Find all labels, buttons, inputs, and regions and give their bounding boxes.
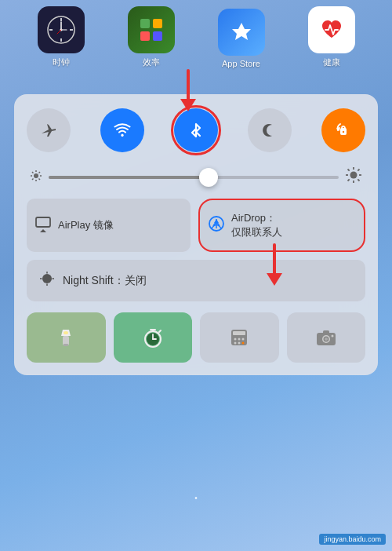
svg-point-13	[122, 134, 124, 137]
donotdisturb-toggle[interactable]	[248, 108, 292, 152]
app-efficiency-label: 效率	[143, 57, 160, 68]
app-clock-label: 时钟	[53, 57, 70, 68]
svg-point-63	[238, 342, 241, 345]
page-indicator: •	[0, 490, 392, 504]
control-center-panel: AirPlay 镜像 AirDrop： 仅限联系人	[14, 94, 378, 375]
brightness-fill	[49, 176, 209, 179]
arrow-airdrop	[267, 243, 282, 286]
svg-line-56	[159, 330, 161, 332]
svg-point-18	[34, 173, 38, 178]
flashlight-button[interactable]	[27, 312, 106, 363]
tools-row	[27, 312, 365, 363]
camera-button[interactable]	[287, 312, 366, 363]
svg-rect-48	[64, 344, 68, 346]
airplane-icon	[40, 122, 57, 139]
toggles-row	[27, 108, 365, 152]
svg-rect-11	[140, 31, 150, 41]
timer-button[interactable]	[114, 312, 193, 363]
app-health[interactable]: 健康	[308, 6, 355, 68]
svg-rect-58	[233, 331, 245, 335]
svg-rect-10	[153, 19, 162, 28]
svg-line-8	[57, 30, 61, 34]
svg-point-60	[238, 338, 241, 341]
airplay-button[interactable]: AirPlay 镜像	[27, 199, 191, 252]
svg-line-24	[39, 179, 41, 181]
svg-point-64	[242, 342, 245, 345]
rotation-lock-toggle[interactable]	[321, 108, 365, 152]
svg-line-26	[32, 179, 34, 181]
arrow-shaft-2	[273, 243, 276, 275]
svg-marker-40	[214, 219, 219, 223]
arrow-bluetooth	[180, 69, 196, 111]
app-appstore-label: App Store	[222, 59, 260, 68]
svg-point-70	[331, 335, 333, 338]
flashlight-icon	[55, 327, 77, 348]
airplay-label: AirPlay 镜像	[58, 218, 114, 232]
night-shift-button[interactable]: Night Shift：关闭	[27, 260, 365, 301]
brightness-thumb[interactable]	[199, 168, 218, 187]
app-clock[interactable]: 时钟	[38, 6, 85, 68]
app-appstore[interactable]: App Store	[218, 9, 265, 68]
action-row: AirPlay 镜像 AirDrop： 仅限联系人	[27, 199, 365, 252]
svg-rect-36	[36, 217, 50, 227]
svg-marker-37	[40, 229, 46, 232]
watermark: jingyan.baidu.com	[319, 534, 386, 545]
night-shift-label: Night Shift：关闭	[63, 274, 147, 288]
airdrop-label-line2: 仅限联系人	[231, 225, 282, 239]
wifi-toggle[interactable]	[100, 108, 144, 152]
bluetooth-highlight-ring	[171, 105, 221, 155]
svg-line-33	[358, 179, 359, 181]
brightness-row	[27, 166, 365, 188]
night-shift-icon	[39, 271, 55, 290]
svg-point-27	[350, 172, 358, 179]
calculator-icon	[229, 327, 249, 348]
svg-point-62	[234, 342, 237, 345]
airdrop-icon	[208, 215, 225, 236]
app-health-label: 健康	[323, 57, 340, 68]
svg-point-59	[234, 338, 237, 341]
airplane-toggle[interactable]	[27, 108, 71, 152]
svg-point-17	[343, 131, 344, 133]
arrow-head-2	[267, 273, 282, 286]
svg-rect-9	[140, 19, 150, 28]
airplay-icon	[34, 215, 52, 236]
brightness-low-icon	[30, 170, 42, 184]
svg-point-68	[325, 338, 328, 341]
airdrop-text-wrap: AirDrop： 仅限联系人	[231, 211, 282, 239]
svg-point-41	[42, 274, 52, 283]
brightness-high-icon	[345, 166, 362, 188]
svg-line-35	[348, 179, 350, 181]
camera-icon	[315, 327, 337, 348]
rotation-lock-icon	[334, 121, 353, 140]
svg-rect-69	[323, 330, 329, 334]
svg-line-23	[32, 172, 34, 173]
bluetooth-toggle[interactable]	[174, 108, 218, 152]
app-efficiency[interactable]: 效率	[128, 6, 175, 68]
svg-point-49	[64, 331, 68, 334]
timer-icon	[142, 327, 164, 348]
moon-icon	[261, 122, 278, 139]
svg-line-32	[348, 170, 350, 171]
top-app-icons: 时钟 效率 App Store 健康	[0, 0, 392, 76]
brightness-slider[interactable]	[49, 176, 339, 179]
svg-line-25	[39, 172, 41, 173]
svg-line-34	[358, 170, 359, 171]
wifi-icon	[113, 121, 132, 140]
calculator-button[interactable]	[200, 312, 279, 363]
svg-point-61	[242, 338, 245, 341]
airdrop-label-line1: AirDrop：	[231, 211, 282, 225]
svg-rect-12	[153, 31, 162, 41]
arrow-head-1	[180, 99, 196, 111]
arrow-shaft-1	[187, 69, 190, 100]
